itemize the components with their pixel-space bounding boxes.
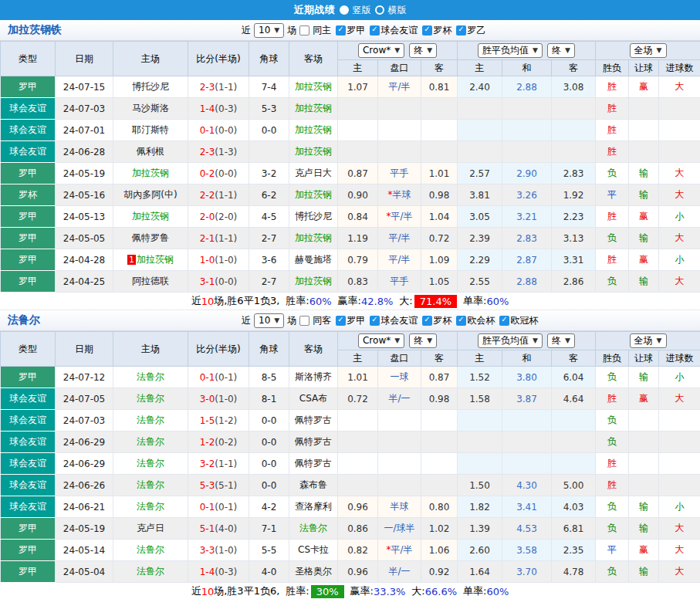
- filters: 近10▼场同客罗甲球会友谊罗杯欧会杯欧冠杯: [242, 313, 538, 328]
- corner-cell: 2-7: [249, 228, 289, 249]
- away-team-cell: 加拉茨钢: [289, 76, 338, 98]
- home-team-name: 佩利根: [137, 146, 164, 157]
- chevron-down-icon: ▼: [565, 45, 570, 56]
- fulltime-score: 5-1: [200, 523, 215, 534]
- result-cell: 胜: [596, 98, 629, 120]
- radio-vertical-layout[interactable]: [340, 5, 349, 15]
- avg-home-cell: [458, 141, 502, 163]
- away-odds-cell: [421, 141, 458, 163]
- corner-cell: 7-1: [249, 518, 289, 540]
- score-cell: 2-0(2-0): [188, 206, 249, 228]
- date-cell: 24-06-21: [56, 496, 113, 518]
- home-odds-cell: 0.79: [338, 249, 378, 271]
- fulltime-score: 3-1: [200, 276, 215, 287]
- home-team-name: 克卢日: [137, 523, 164, 533]
- avg-away-cell: [552, 410, 596, 431]
- date-cell: 24-07-01: [56, 120, 113, 141]
- home-team-name: 法鲁尔: [137, 393, 164, 404]
- avg-home-cell: 2.40: [458, 76, 502, 98]
- final-avg-select[interactable]: 终▼: [547, 333, 575, 348]
- away-team-cell: 森布鲁: [289, 475, 338, 496]
- away-odds-cell: [421, 120, 458, 141]
- avg-odds-select[interactable]: 胜平负均值▼: [478, 333, 543, 348]
- avg-home-cell: 1.50: [458, 475, 502, 496]
- goals-cell: [659, 98, 700, 120]
- league-filter-label: 球会友谊: [380, 314, 418, 327]
- same-venue-checkbox[interactable]: [299, 316, 309, 326]
- results-table: 类型 日期 主场 比分(半场) 角球 客场 Crow*▼ 终▼ 胜平负均值▼ 终…: [0, 331, 700, 583]
- handicap-cell: 一球: [378, 367, 421, 388]
- home-team-name: 法鲁尔: [137, 501, 164, 512]
- same-venue-checkbox[interactable]: [299, 25, 309, 36]
- scope-select[interactable]: 全场▼: [630, 333, 667, 348]
- recent-count-select[interactable]: 10▼: [254, 23, 284, 38]
- home-team-cell: 阿拉德联: [113, 271, 188, 293]
- home-team-name: 法鲁尔: [137, 436, 164, 447]
- date-cell: 24-06-26: [56, 475, 113, 496]
- final-odds-select[interactable]: 终▼: [409, 43, 437, 58]
- league-checkbox[interactable]: [422, 25, 432, 36]
- away-team-cell: 加拉茨钢: [289, 98, 338, 120]
- handicap-result-cell: [629, 120, 659, 141]
- handicap-cell: 半球: [378, 496, 421, 518]
- halftime-score: (0-0): [215, 276, 237, 287]
- table-row: 罗杯24-05-16胡內多阿(中)2-2(1-1)6-2加拉茨钢0.90*半球0…: [1, 184, 700, 206]
- avg-home-cell: 2.60: [458, 540, 502, 561]
- league-checkbox[interactable]: [456, 316, 466, 326]
- score-cell: 0-1(0-1): [188, 496, 249, 518]
- avg-away-cell: 4.64: [552, 388, 596, 410]
- league-checkbox[interactable]: [370, 316, 380, 326]
- final-odds-select[interactable]: 终▼: [409, 333, 437, 348]
- final-avg-select[interactable]: 终▼: [547, 43, 575, 58]
- team-section-header: 法鲁尔 近10▼场同客罗甲球会友谊罗杯欧会杯欧冠杯: [0, 310, 700, 331]
- away-odds-cell: 1.09: [421, 249, 458, 271]
- league-checkbox[interactable]: [336, 25, 346, 36]
- col-header-avg-draw: 和: [502, 60, 552, 76]
- avg-home-cell: 2.29: [458, 249, 502, 271]
- bookmaker-select[interactable]: Crow*▼: [358, 43, 404, 58]
- corner-cell: [249, 141, 289, 163]
- radio-horizontal-layout[interactable]: [375, 5, 384, 15]
- same-venue-label: 同客: [313, 314, 331, 327]
- page-title: 近期战绩: [294, 3, 336, 17]
- handicap-result-cell: [629, 475, 659, 496]
- league-checkbox[interactable]: [499, 316, 509, 326]
- avg-away-cell: 3.13: [552, 228, 596, 249]
- handicap-result-cell: 赢: [629, 206, 659, 228]
- summary-near-label: 近: [191, 294, 201, 308]
- away-team-cell: 斯洛博齐: [289, 367, 338, 388]
- goals-cell: 大: [659, 271, 700, 293]
- avg-draw-cell: [502, 120, 552, 141]
- handicap-cell: *半球: [378, 184, 421, 206]
- home-odds-cell: [338, 431, 378, 453]
- goals-cell: 小: [659, 206, 700, 228]
- handicap-cell: [378, 475, 421, 496]
- avg-away-cell: 3.08: [552, 76, 596, 98]
- halftime-score: (5-1): [215, 480, 237, 491]
- scope-select[interactable]: 全场▼: [630, 43, 667, 58]
- corner-cell: 0-0: [249, 475, 289, 496]
- bookmaker-select[interactable]: Crow*▼: [358, 333, 404, 348]
- handicap-result-cell: 输: [629, 271, 659, 293]
- away-team-cell: 佩特罗古: [289, 410, 338, 431]
- home-team-cell: 法鲁尔: [113, 410, 188, 431]
- league-checkbox[interactable]: [336, 316, 346, 326]
- away-team-name: 加拉茨钢: [295, 124, 332, 135]
- league-checkbox[interactable]: [456, 25, 466, 36]
- col-header-odds-home: 主: [338, 60, 378, 76]
- avg-away-cell: 6.81: [552, 518, 596, 540]
- col-header-goals: 进球数: [659, 350, 700, 367]
- avg-odds-select[interactable]: 胜平负均值▼: [478, 43, 543, 58]
- avg-draw-cell: [502, 141, 552, 163]
- summary-item-value: 60%: [309, 296, 332, 307]
- recent-count-select[interactable]: 10▼: [254, 313, 284, 328]
- halftime-score: (1-0): [215, 394, 237, 404]
- summary-item-label: 大:: [399, 294, 412, 308]
- home-team-name: 佩特罗鲁: [132, 232, 169, 243]
- chevron-down-icon: ▼: [565, 335, 570, 347]
- away-team-name: 加拉茨钢: [295, 189, 332, 200]
- fulltime-score: 1-0: [200, 255, 215, 266]
- away-odds-cell: [421, 453, 458, 475]
- league-checkbox[interactable]: [370, 25, 380, 36]
- league-checkbox[interactable]: [422, 316, 432, 326]
